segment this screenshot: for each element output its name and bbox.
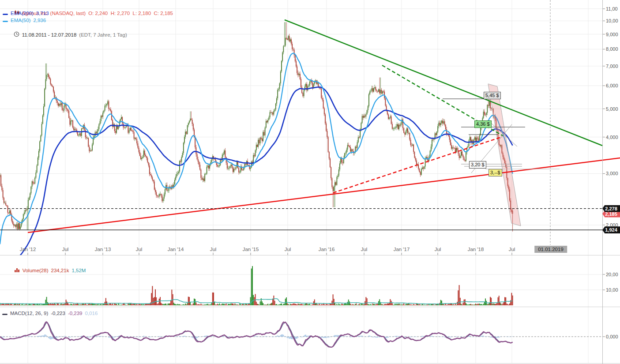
price-tick-label: 6,000 bbox=[606, 83, 618, 88]
price-tick-label: 4,000 bbox=[606, 135, 618, 140]
ema200-value: 3,713 bbox=[36, 11, 49, 16]
macd-tick-label: 0,000 bbox=[606, 334, 618, 339]
volume-last-value: 1,52M bbox=[71, 268, 86, 273]
price-axis-badge[interactable]: 2,278 bbox=[602, 205, 620, 212]
price-flag-white[interactable]: 3,20 $ bbox=[469, 161, 486, 169]
time-tick-label[interactable]: Jan '18 bbox=[468, 247, 484, 252]
time-tick-label[interactable]: Jul bbox=[136, 247, 143, 252]
period-range: 11.08.2011 - 12.07.2018 bbox=[22, 32, 77, 38]
time-tick-label[interactable]: Jul bbox=[361, 247, 368, 252]
macd-legend[interactable]: MACD(12, 26, 9) -0,223 -0,239 0,016 bbox=[2, 309, 98, 317]
price-tick-label: 8,000 bbox=[606, 46, 618, 52]
volume-tick-label: 10,00 bbox=[606, 287, 618, 293]
time-tick-label[interactable]: Jul bbox=[435, 247, 441, 252]
price-tick-label: 10,00 bbox=[606, 18, 618, 23]
time-tick-label[interactable]: Jan '13 bbox=[95, 247, 111, 252]
volume-ma-value: 234,21k bbox=[51, 268, 69, 273]
price-flag-green[interactable]: 4,36 $ bbox=[474, 120, 492, 128]
ema200-label: EMA(200) bbox=[11, 11, 34, 16]
future-date-badge[interactable]: 01.01.2019 bbox=[534, 246, 567, 253]
time-tick-label[interactable]: Jan '12 bbox=[20, 247, 36, 252]
ema50-label: EMA(50) bbox=[11, 18, 30, 23]
price-tick-label: 7,000 bbox=[606, 64, 618, 69]
time-tick-label[interactable]: Jul bbox=[509, 247, 515, 252]
ema50-value: 2,936 bbox=[33, 18, 46, 23]
clock-icon bbox=[2, 23, 19, 47]
volume-label: Volume(28) bbox=[23, 268, 49, 273]
time-tick-label[interactable]: Jan '14 bbox=[168, 247, 184, 252]
price-tick-label: 3,000 bbox=[606, 171, 618, 176]
macd-hist-value: 0,016 bbox=[85, 311, 98, 316]
volume-tick-label: 20,00 bbox=[606, 272, 618, 277]
period-meta: (EDT, 7 Jahre, 1 Tag) bbox=[79, 32, 127, 38]
macd-value: -0,223 bbox=[51, 311, 65, 316]
macd-signal-value: -0,239 bbox=[68, 311, 83, 316]
price-tick-label: 11,00 bbox=[606, 6, 618, 11]
time-tick-label[interactable]: Jan '16 bbox=[319, 247, 335, 252]
volume-legend[interactable]: Volume(28) 234,21k 1,52M bbox=[2, 259, 86, 282]
macd-label: MACD(12, 26, 9) bbox=[10, 311, 48, 316]
time-tick-label[interactable]: Jul bbox=[210, 247, 217, 252]
price-tick-label: 5,000 bbox=[606, 106, 618, 112]
time-tick-label[interactable]: Jan '17 bbox=[394, 247, 410, 252]
time-tick-label[interactable]: Jan '15 bbox=[243, 247, 259, 252]
price-tick-label: 9,000 bbox=[606, 32, 618, 37]
price-flag-yellow[interactable]: 3,--$ bbox=[488, 169, 502, 176]
trading-chart-window: Agenus Inc. (NASDAQ, last) O: 2,240 H: 2… bbox=[0, 0, 620, 364]
time-tick-label[interactable]: Jul bbox=[285, 247, 291, 252]
volume-bars-icon bbox=[2, 259, 20, 282]
ohlc-values: O: 2,240 H: 2,270 L: 2,180 C: 2,185 bbox=[88, 11, 173, 16]
macd-line-icon bbox=[2, 309, 8, 317]
time-tick-label[interactable]: Jul bbox=[62, 247, 69, 252]
price-flag-gray[interactable]: 5,45 $ bbox=[484, 92, 501, 99]
price-axis-badge[interactable]: 1,924 bbox=[602, 226, 620, 233]
period-legend[interactable]: 11.08.2011 - 12.07.2018 (EDT, 7 Jahre, 1… bbox=[2, 23, 127, 47]
